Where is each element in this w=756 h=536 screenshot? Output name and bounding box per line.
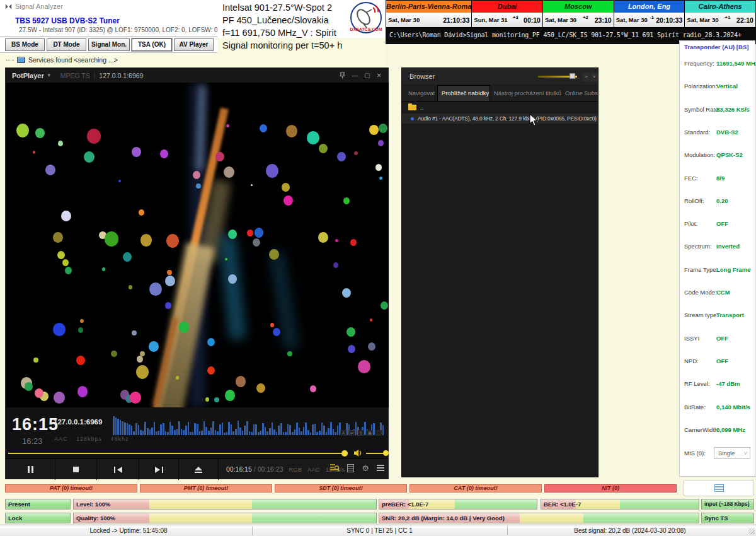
playlist-search-icon[interactable] [329,463,340,472]
tab-online-subs-datab[interactable]: Online Subs Datab [561,86,598,101]
clock-utc-offset: +2 [583,15,588,20]
confetti-dot [342,288,351,298]
gear-icon[interactable]: ⚙ [362,464,369,472]
viz-bar [201,431,203,435]
tab-prohl-e-nab-dky[interactable]: Prohlížeč nabídky [437,85,490,101]
maximize-button[interactable]: ▢ [364,72,370,79]
param-label: Stream type: [684,312,718,318]
confetti-dot [33,358,38,363]
ab-icon[interactable]: ▣ [367,430,373,436]
input-indicator: input (~188 Kbps) [701,499,754,510]
ab-icon[interactable]: ⛶ [375,430,382,436]
seek-bar[interactable] [8,453,346,454]
viz-bar [307,430,309,435]
clock-time: 00:10 [524,16,541,24]
tuner-name: TBS 5927 USB DVB-S2 Tuner [15,16,120,25]
clock-city-label: Moscow [543,1,614,13]
tab-n-stroj-proch-zen-titulk-[interactable]: Nástroj procházení titulků [490,86,561,101]
tab-list-button[interactable]: ˅ [590,73,598,81]
viz-bar [190,432,192,435]
viz-bar [183,430,185,435]
next-button[interactable] [139,459,179,480]
speaker-icon[interactable] [353,449,362,457]
parent-folder-row[interactable]: .. [402,102,598,114]
viz-bar [335,432,336,435]
tab-navigovat[interactable]: Navigovat [404,86,437,101]
mode-button-signal-mon-[interactable]: Signal Mon. [88,38,130,51]
confetti-dot [266,164,278,178]
confetti-dot [225,390,235,400]
param-label: BitRate: [684,404,706,411]
seek-thumb[interactable] [341,450,348,457]
ab-icon[interactable]: ⇄ [349,430,355,436]
previous-button[interactable] [97,459,139,480]
mis-dropdown[interactable]: Single ˅ [714,447,750,459]
viz-bar [323,426,325,435]
confetti-dot [165,276,175,286]
minimize-button[interactable]: — [352,72,358,79]
mis-label: MIS (0): [684,450,706,457]
note-line-2: PF 450_Lučenec/Slovakia [222,15,328,25]
confetti-dot [132,147,141,157]
resize-grip[interactable] [748,528,755,534]
viz-bar [165,431,167,435]
confetti-dot [350,239,357,246]
viz-bar [238,421,239,435]
viz-bar [219,424,221,435]
browser-tab-row: NavigovatProhlížeč nabídkyNástroj prochá… [402,84,598,102]
tab-scroll-button[interactable]: > [582,73,590,81]
video-format-badge: RGB [289,466,302,473]
clock-city-label: Berlin-Paris-Vienna-Roma [386,1,471,13]
viz-bar [228,422,230,435]
mode-button-av-player[interactable]: AV Player [174,38,214,51]
viz-bar [289,425,291,435]
note-line-3: f=11 691,750 MHz_V : Spirit [222,28,336,38]
confetti-dot [193,171,200,179]
clock-time-small: 16:23 [22,436,43,446]
pause-button[interactable] [6,459,55,480]
confetti-dot [136,365,149,379]
mode-button-tsa-ok-[interactable]: TSA (OK) [132,38,172,51]
audio-info: AAC 128kbps 48khz [54,436,129,442]
browser-titlebar[interactable]: Browser ✕ [402,68,598,84]
confetti-dot [57,251,65,259]
potplayer-titlebar[interactable]: PotPlayer ▼ MPEG TS | 127.0.0.1:6969 — ▢… [6,68,388,83]
viz-bar [272,422,273,435]
viz-bar [117,419,119,435]
viz-bar [120,420,122,435]
mode-button-dt-mode[interactable]: DT Mode [47,38,86,51]
confetti-dot [319,144,328,153]
confetti-dot [25,382,33,391]
ab-icon[interactable]: B [358,430,364,436]
opacity-slider-thumb[interactable] [570,73,575,79]
sync-ts-indicator: Sync TS [701,513,754,523]
eject-button[interactable] [179,459,219,480]
viz-bar [147,428,149,435]
viz-bar [127,423,129,435]
chevron-down-icon[interactable]: ▼ [47,73,52,78]
stop-button[interactable] [55,459,97,480]
confetti-dot [179,322,189,332]
pin-icon[interactable] [340,72,345,79]
video-frame[interactable] [6,83,389,407]
mode-button-bs-mode[interactable]: BS Mode [5,38,45,51]
ts-bar-pat: PAT (0) timeout! [5,484,137,492]
stream-format: MPEG TS [60,72,90,79]
audio-stream-row[interactable]: Audio #1 - AAC(ADTS), 48.0 kHz, 2 Ch, 12… [402,114,598,124]
menu-icon[interactable] [377,465,384,471]
confetti-dot [370,318,372,321]
ab-icon[interactable]: A [340,430,346,436]
confetti-dot [236,376,246,387]
confetti-dot [139,209,144,216]
viz-bar [115,417,117,435]
transponder-list-button[interactable] [684,480,754,496]
viz-bar [142,431,144,435]
confetti-dot [53,232,63,243]
info-panel-icon[interactable] [347,464,354,472]
volume-thumb[interactable] [383,450,389,456]
close-button[interactable]: ✕ [377,72,382,79]
param-label: Symbol Rate: [684,106,720,113]
potplayer-window: PotPlayer ▼ MPEG TS | 127.0.0.1:6969 — ▢… [5,67,389,479]
browser-list: .. Audio #1 - AAC(ADTS), 48.0 kHz, 2 Ch,… [402,102,598,124]
confetti-dot [228,274,237,284]
